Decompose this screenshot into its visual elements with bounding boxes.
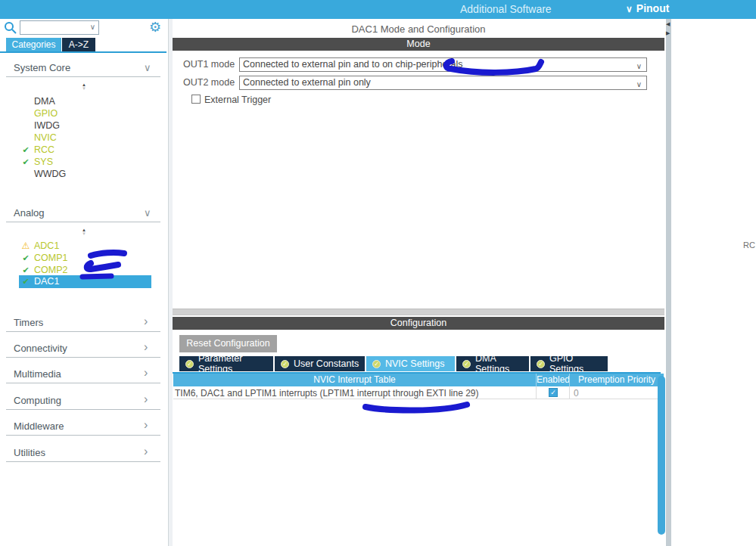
out1-mode-label: OUT1 mode <box>183 59 235 70</box>
divider <box>6 435 160 436</box>
section-analog[interactable]: Analog <box>14 207 44 219</box>
section-connectivity[interactable]: Connectivity <box>14 343 67 354</box>
section-system-core[interactable]: System Core <box>14 62 70 73</box>
check-circle-icon <box>537 360 545 368</box>
chevron-down-icon[interactable] <box>144 62 151 73</box>
chevron-right-icon[interactable] <box>144 342 148 352</box>
enabled-checkbox[interactable] <box>549 388 558 397</box>
nvic-table-header: NVIC Interrupt Table Enabled Preemption … <box>173 374 664 386</box>
chevron-right-icon[interactable] <box>144 420 148 430</box>
check-circle-icon <box>281 360 289 368</box>
check-icon <box>20 144 32 156</box>
top-menu-bar: Additional Software Pinout <box>0 0 756 19</box>
table-row-tim6-dac1-lptim1[interactable]: TIM6, DAC1 and LPTIM1 interrupts (LPTIM1… <box>173 386 664 399</box>
tab-nvic-settings[interactable]: NVIC Settings <box>366 356 455 371</box>
menu-pinout-label: Pinout <box>636 2 670 14</box>
tab-gpio-settings[interactable]: GPIO Settings <box>530 356 608 371</box>
dac1-config-panel: DAC1 Mode and Configuration Mode OUT1 mo… <box>173 19 664 546</box>
chevron-down-icon <box>636 60 642 73</box>
out1-mode-select[interactable]: Connected to external pin and to on chip… <box>239 57 647 72</box>
section-computing[interactable]: Computing <box>14 395 61 406</box>
reset-configuration-button[interactable]: Reset Configuration <box>179 335 277 352</box>
chevron-down-icon <box>636 78 642 91</box>
divider <box>6 409 160 410</box>
chevron-down-icon[interactable] <box>144 207 151 219</box>
check-circle-icon <box>372 360 381 368</box>
divider <box>6 383 160 383</box>
gear-icon[interactable] <box>149 19 161 36</box>
chevron-right-icon[interactable] <box>144 394 148 404</box>
sidebar-item-wwdg[interactable]: WWDG <box>0 168 168 180</box>
chevron-down-icon <box>626 4 633 14</box>
page-title: DAC1 Mode and Configuration <box>173 23 664 35</box>
sidebar-item-comp2[interactable]: COMP2 <box>0 264 168 276</box>
peripherals-sidebar: Categories A->Z System Core DMA GPIO IWD… <box>0 19 168 546</box>
sidebar-item-rcc[interactable]: RCC <box>0 144 168 156</box>
main-right-divider[interactable] <box>666 19 671 546</box>
out2-mode-label: OUT2 mode <box>183 77 235 88</box>
column-preemption-priority: Preemption Priority <box>570 374 664 386</box>
out2-mode-select[interactable]: Connected to external pin only <box>239 76 647 90</box>
section-middleware[interactable]: Middleware <box>14 420 64 432</box>
external-trigger-label: External Trigger <box>204 95 271 105</box>
interrupt-name: TIM6, DAC1 and LPTIM1 interrupts (LPTIM1… <box>175 388 479 399</box>
column-enabled: Enabled <box>537 374 569 386</box>
sidebar-item-gpio[interactable]: GPIO <box>0 107 168 119</box>
sidebar-item-dac1-selected[interactable]: DAC1 <box>19 275 151 288</box>
column-interrupt-table: NVIC Interrupt Table <box>173 374 536 386</box>
preemption-priority-value[interactable]: 0 <box>574 388 579 399</box>
clipped-pinout-label: RC <box>743 240 755 250</box>
scroll-up-spinner[interactable] <box>79 228 89 236</box>
section-multimedia[interactable]: Multimedia <box>14 368 61 380</box>
section-timers[interactable]: Timers <box>14 317 43 328</box>
sidebar-item-adc1[interactable]: ADC1 <box>0 240 168 252</box>
divider <box>6 357 160 358</box>
menu-additional-software[interactable]: Additional Software <box>460 3 552 15</box>
chevron-right-icon[interactable] <box>144 368 148 377</box>
tab-categories[interactable]: Categories <box>6 38 61 51</box>
divider <box>6 461 160 462</box>
divider <box>6 222 160 222</box>
vertical-scrollbar-thumb[interactable] <box>658 376 665 535</box>
tab-dma-settings[interactable]: DMA Settings <box>456 356 529 371</box>
search-input[interactable] <box>22 22 87 33</box>
check-circle-icon <box>185 360 194 368</box>
tab-a-to-z[interactable]: A->Z <box>62 38 95 51</box>
sidebar-item-comp1[interactable]: COMP1 <box>0 252 168 264</box>
check-icon <box>20 156 32 168</box>
tab-parameter-settings[interactable]: Parameter Settings <box>179 356 273 371</box>
search-combobox[interactable] <box>20 20 99 35</box>
section-utilities[interactable]: Utilities <box>14 447 45 458</box>
chevron-down-icon[interactable] <box>90 23 95 31</box>
configuration-section-header: Configuration <box>173 317 664 330</box>
collapse-left-icon[interactable] <box>666 21 670 27</box>
scroll-up-spinner[interactable] <box>79 83 89 91</box>
check-icon <box>20 264 32 276</box>
tab-user-constants[interactable]: User Constants <box>275 356 365 371</box>
section-splitter[interactable] <box>173 309 664 315</box>
tab-underline <box>0 51 166 53</box>
divider <box>6 76 160 77</box>
check-circle-icon <box>462 360 471 368</box>
chevron-right-icon[interactable] <box>144 446 148 456</box>
collapse-right-icon[interactable] <box>666 30 670 36</box>
check-icon <box>20 252 32 264</box>
check-icon <box>20 275 32 287</box>
chevron-right-icon[interactable] <box>144 316 148 326</box>
divider <box>6 331 160 332</box>
search-icon <box>4 21 17 34</box>
external-trigger-checkbox[interactable] <box>191 95 201 104</box>
warning-icon <box>20 240 32 252</box>
mode-section-header: Mode <box>173 38 664 51</box>
sidebar-item-sys[interactable]: SYS <box>0 156 168 168</box>
sidebar-item-dma[interactable]: DMA <box>0 95 168 107</box>
sidebar-item-nvic[interactable]: NVIC <box>0 132 168 144</box>
menu-pinout[interactable]: Pinout <box>626 2 669 14</box>
sidebar-item-iwdg[interactable]: IWDG <box>0 119 168 132</box>
